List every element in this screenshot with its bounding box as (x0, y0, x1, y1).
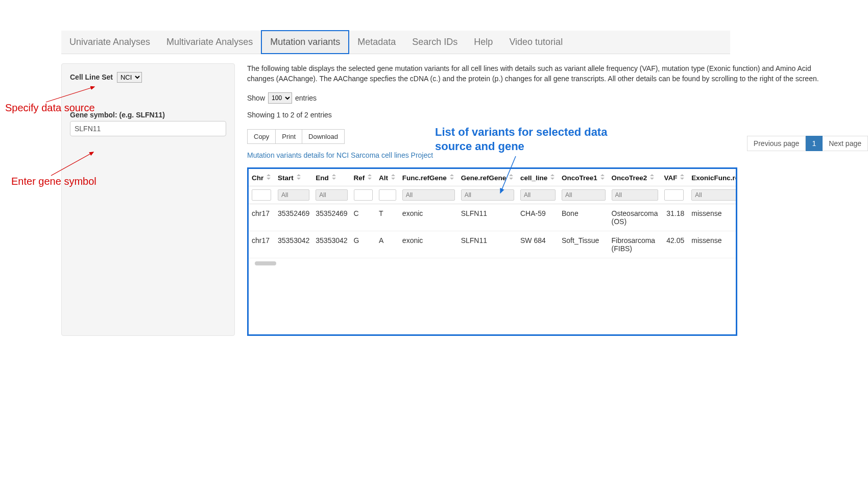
filter-input[interactable] (461, 189, 514, 201)
cell: SLFN11 (458, 204, 517, 231)
filter-input[interactable] (562, 189, 606, 201)
cell: C (351, 204, 376, 231)
cell: missense (688, 231, 737, 258)
prev-page-button[interactable]: Previous page (747, 136, 806, 151)
gene-symbol-input[interactable] (70, 121, 226, 136)
col-header[interactable]: ExonicFunc.refGene (688, 169, 737, 186)
nav-tabs: Univariate AnalysesMultivariate Analyses… (61, 31, 730, 54)
table-row: chr173535304235353042GAexonicSLFN11SW 68… (249, 231, 737, 258)
filter-input[interactable] (379, 189, 396, 201)
tab-univariate-analyses[interactable]: Univariate Analyses (61, 31, 158, 54)
cell-line-set-select[interactable]: NCI (117, 72, 142, 83)
filter-input[interactable] (252, 189, 271, 201)
filter-input[interactable] (316, 189, 347, 201)
tab-multivariate-analyses[interactable]: Multivariate Analyses (158, 31, 261, 54)
tab-mutation-variants[interactable]: Mutation variants (261, 30, 349, 54)
col-header[interactable]: OncoTree2 (609, 169, 661, 186)
sidebar-panel: Cell Line Set NCI Gene symbol: (e.g. SLF… (61, 63, 235, 336)
horizontal-scrollbar[interactable] (255, 261, 276, 265)
tab-help[interactable]: Help (466, 31, 501, 54)
filter-input[interactable] (402, 189, 455, 201)
tab-search-ids[interactable]: Search IDs (404, 31, 466, 54)
cell: 35352469 (275, 204, 312, 231)
filter-input[interactable] (354, 189, 373, 201)
col-header[interactable]: Alt (376, 169, 399, 186)
showing-info: Showing 1 to 2 of 2 entries (247, 111, 332, 119)
main-content: The following table displays the selecte… (247, 63, 868, 336)
cell: CHA-59 (517, 204, 559, 231)
cell: chr17 (249, 204, 275, 231)
table-container: Chr Start End Ref Alt Func.refGene Gene.… (247, 167, 737, 336)
filter-input[interactable] (612, 189, 658, 201)
entries-select[interactable]: 100 (268, 92, 292, 104)
show-entries: Show 100 entries (247, 92, 868, 104)
filter-input[interactable] (664, 189, 684, 201)
cell: exonic (399, 204, 458, 231)
cell: Soft_Tissue (559, 231, 609, 258)
cell-line-set-label: Cell Line Set (70, 73, 113, 81)
cell: chr17 (249, 231, 275, 258)
pagination: Previous page 1 Next page (747, 136, 868, 151)
gene-symbol-label: Gene symbol: (e.g. SLFN11) (70, 111, 226, 119)
cell: exonic (399, 231, 458, 258)
cell: A (376, 231, 399, 258)
download-button[interactable]: Download (302, 129, 345, 144)
tab-video-tutorial[interactable]: Video tutorial (501, 31, 571, 54)
cell: G (351, 231, 376, 258)
show-label-right: entries (295, 94, 317, 102)
cell: Bone (559, 204, 609, 231)
show-label-left: Show (247, 94, 265, 102)
col-header[interactable]: Func.refGene (399, 169, 458, 186)
cell: 35352469 (312, 204, 350, 231)
cell: SLFN11 (458, 231, 517, 258)
col-header[interactable]: OncoTree1 (559, 169, 609, 186)
print-button[interactable]: Print (276, 129, 302, 144)
table-row: chr173535246935352469CTexonicSLFN11CHA-5… (249, 204, 737, 231)
cell: 42.05 (661, 231, 689, 258)
col-header[interactable]: VAF (661, 169, 689, 186)
cell: 35353042 (312, 231, 350, 258)
next-page-button[interactable]: Next page (823, 136, 868, 151)
cell: 35353042 (275, 231, 312, 258)
col-header[interactable]: Gene.refGene (458, 169, 517, 186)
page-1-button[interactable]: 1 (806, 136, 823, 151)
col-header[interactable]: End (312, 169, 350, 186)
copy-button[interactable]: Copy (247, 129, 276, 144)
cell: T (376, 204, 399, 231)
cell: 31.18 (661, 204, 689, 231)
filter-input[interactable] (691, 189, 737, 201)
filter-input[interactable] (520, 189, 556, 201)
col-header[interactable]: cell_line (517, 169, 559, 186)
tab-metadata[interactable]: Metadata (349, 31, 404, 54)
details-link[interactable]: Mutation variants details for NCI Sarcom… (247, 151, 868, 159)
description-text: The following table displays the selecte… (247, 63, 839, 84)
cell: Osteosarcoma (OS) (609, 204, 661, 231)
col-header[interactable]: Chr (249, 169, 275, 186)
cell: SW 684 (517, 231, 559, 258)
variants-table: Chr Start End Ref Alt Func.refGene Gene.… (249, 169, 737, 258)
cell: missense (688, 204, 737, 231)
col-header[interactable]: Start (275, 169, 312, 186)
col-header[interactable]: Ref (351, 169, 376, 186)
cell: Fibrosarcoma (FIBS) (609, 231, 661, 258)
filter-input[interactable] (278, 189, 309, 201)
